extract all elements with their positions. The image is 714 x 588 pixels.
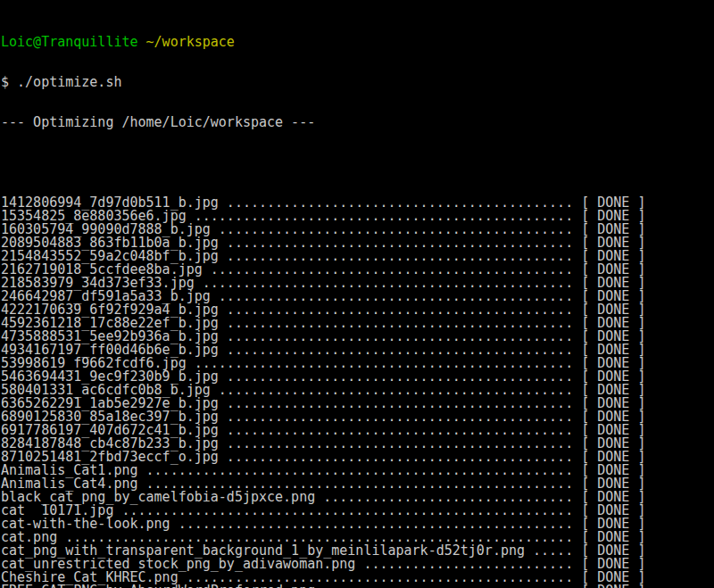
blank-line	[1, 156, 714, 170]
terminal-screen[interactable]: Loic@Tranquillite ~/workspace $ ./optimi…	[0, 0, 714, 588]
file-progress-line: FREE_CAT_PNG_by_AbsurdWordPreferred.png …	[1, 584, 714, 588]
command-line: $ ./optimize.sh	[1, 76, 714, 89]
optimize-header-line: --- Optimizing /home/Loic/workspace ---	[1, 116, 714, 129]
prompt-symbol: $	[1, 74, 9, 90]
prompt-user-host: Loic@Tranquillite	[1, 34, 138, 50]
file-list: 1412806994_7d97d0b511_b.jpg ............…	[1, 196, 714, 588]
command-text: ./optimize.sh	[17, 74, 121, 90]
prompt-cwd: ~/workspace	[146, 34, 235, 50]
prompt-line: Loic@Tranquillite ~/workspace	[1, 36, 714, 49]
